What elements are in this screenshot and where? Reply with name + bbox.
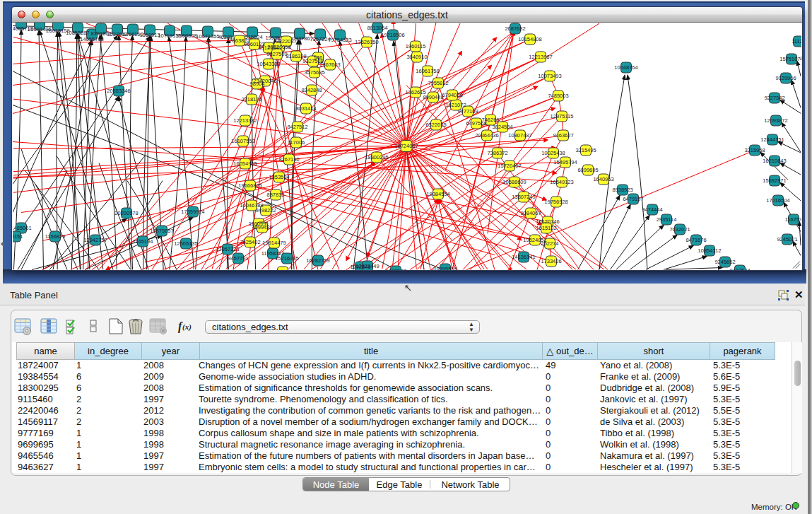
svg-text:2867603: 2867603 <box>319 62 340 68</box>
svg-text:16107553: 16107553 <box>231 138 254 144</box>
svg-text:1960115: 1960115 <box>406 43 426 49</box>
svg-text:16549123: 16549123 <box>550 179 573 185</box>
svg-text:19756928: 19756928 <box>544 199 567 205</box>
svg-text:12823449: 12823449 <box>355 263 379 269</box>
svg-text:(x): (x) <box>182 322 192 332</box>
svg-text:8471676: 8471676 <box>686 237 706 243</box>
svg-text:9227342: 9227342 <box>764 95 784 101</box>
svg-text:18724007: 18724007 <box>394 143 418 149</box>
svg-text:2687682: 2687682 <box>505 25 525 32</box>
svg-text:10853287: 10853287 <box>66 30 89 36</box>
svg-text:13626150: 13626150 <box>355 39 378 45</box>
svg-text:1145194: 1145194 <box>133 238 153 245</box>
svg-text:10648764: 10648764 <box>614 64 637 71</box>
svg-text:15720407: 15720407 <box>498 163 521 169</box>
svg-text:1362615: 1362615 <box>405 89 425 95</box>
svg-text:20553346: 20553346 <box>107 88 130 94</box>
svg-text:1733426: 1733426 <box>541 258 561 264</box>
svg-text:9498222: 9498222 <box>255 207 276 214</box>
svg-text:14055713: 14055713 <box>80 36 103 42</box>
svg-text:9474444: 9474444 <box>642 206 662 213</box>
svg-text:19218506: 19218506 <box>381 32 404 38</box>
svg-text:10671355: 10671355 <box>196 33 219 40</box>
svg-text:10807487: 10807487 <box>508 132 531 139</box>
svg-text:1640953: 1640953 <box>593 176 613 182</box>
svg-text:3575685: 3575685 <box>304 69 324 76</box>
svg-text:887833: 887833 <box>266 192 284 198</box>
svg-text:98904: 98904 <box>250 81 265 87</box>
svg-text:13807249: 13807249 <box>512 194 535 200</box>
svg-text:16120746: 16120746 <box>536 218 559 225</box>
svg-text:9463627: 9463627 <box>553 132 573 139</box>
svg-text:16782759: 16782759 <box>306 257 329 264</box>
svg-text:20200578: 20200578 <box>114 210 138 216</box>
svg-text:23226058: 23226058 <box>267 44 290 50</box>
svg-text:17359924: 17359924 <box>181 209 204 215</box>
svg-text:10154808: 10154808 <box>518 36 541 42</box>
svg-text:1862527: 1862527 <box>385 268 406 270</box>
svg-text:15692971: 15692971 <box>763 177 786 184</box>
svg-text:1485061: 1485061 <box>13 225 32 231</box>
svg-text:3640910: 3640910 <box>406 54 427 60</box>
svg-text:9777169: 9777169 <box>457 108 478 115</box>
svg-text:18300295: 18300295 <box>365 154 388 160</box>
svg-text:12505135: 12505135 <box>174 240 197 247</box>
svg-text:15716485: 15716485 <box>275 255 298 262</box>
svg-text:12213987: 12213987 <box>529 54 552 60</box>
svg-text:12093872: 12093872 <box>764 117 787 124</box>
svg-text:12213382: 12213382 <box>233 117 257 124</box>
svg-text:116753: 116753 <box>785 216 801 223</box>
svg-text:1615132: 1615132 <box>536 225 556 231</box>
svg-text:12444151: 12444151 <box>760 136 784 143</box>
svg-text:8267130: 8267130 <box>278 156 299 163</box>
svg-text:9129966: 9129966 <box>775 75 796 81</box>
svg-text:8813054: 8813054 <box>367 25 387 31</box>
svg-text:19166825: 19166825 <box>238 182 261 189</box>
svg-text:14136141: 14136141 <box>512 254 535 260</box>
svg-text:7485003: 7485003 <box>548 93 568 99</box>
svg-text:15495794: 15495794 <box>553 159 577 165</box>
svg-text:9827509: 9827509 <box>266 51 287 57</box>
svg-text:9084067: 9084067 <box>520 210 541 216</box>
svg-text:16210643: 16210643 <box>763 158 786 164</box>
svg-text:10688609: 10688609 <box>502 179 526 185</box>
svg-text:4099489: 4099489 <box>252 224 272 230</box>
svg-text:10975857: 10975857 <box>150 228 173 234</box>
svg-text:10543332: 10543332 <box>257 61 280 67</box>
svg-text:8242848: 8242848 <box>301 87 322 93</box>
svg-text:6794028: 6794028 <box>442 92 462 98</box>
svg-text:7386372: 7386372 <box>487 150 507 156</box>
svg-text:6899695: 6899695 <box>577 167 598 173</box>
svg-text:9457791: 9457791 <box>228 255 248 262</box>
svg-text:2718176: 2718176 <box>241 96 261 103</box>
svg-text:7625402: 7625402 <box>240 239 260 245</box>
svg-text:117006: 117006 <box>288 139 305 146</box>
svg-text:11123: 11123 <box>792 38 801 45</box>
svg-text:1860913: 1860913 <box>139 32 160 38</box>
svg-text:3215958: 3215958 <box>744 147 765 153</box>
svg-text:17016504: 17016504 <box>766 197 789 204</box>
svg-text:10854112: 10854112 <box>698 247 722 254</box>
svg-text:6497568: 6497568 <box>466 120 486 127</box>
svg-text:8427512: 8427512 <box>287 124 307 130</box>
svg-text:01895559: 01895559 <box>433 266 457 270</box>
svg-text:97114710: 97114710 <box>271 269 295 270</box>
svg-text:15751074: 15751074 <box>779 56 801 62</box>
svg-text:7632021: 7632021 <box>669 226 690 233</box>
svg-text:2935114: 2935114 <box>657 216 677 223</box>
svg-text:9245021: 9245021 <box>777 236 797 243</box>
svg-text:9487574: 9487574 <box>729 267 750 270</box>
svg-text:6322035: 6322035 <box>425 122 446 128</box>
svg-text:7357224: 7357224 <box>310 36 330 42</box>
svg-text:9245652: 9245652 <box>714 259 735 265</box>
svg-text:3822037: 3822037 <box>276 38 296 45</box>
svg-text:8031414: 8031414 <box>295 105 316 112</box>
svg-text:252274: 252274 <box>541 240 558 247</box>
svg-text:9960308: 9960308 <box>176 33 196 39</box>
svg-text:3215495: 3215495 <box>575 147 596 153</box>
svg-text:8990448: 8990448 <box>423 94 443 100</box>
svg-text:1156829: 1156829 <box>45 233 66 240</box>
svg-text:19384554: 19384554 <box>426 191 449 197</box>
svg-text:3824554: 3824554 <box>492 124 512 130</box>
svg-text:10025438: 10025438 <box>541 150 565 156</box>
